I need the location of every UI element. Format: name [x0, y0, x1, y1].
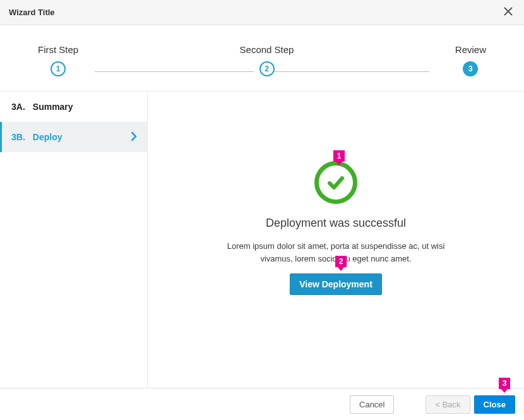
back-button[interactable]: < Back [426, 395, 470, 414]
close-button[interactable]: Close [474, 395, 515, 414]
step-number: 2 [259, 61, 275, 76]
step-label: First Step [38, 44, 78, 55]
view-deployment-button[interactable]: View Deployment [290, 273, 382, 295]
sidebar-item-summary[interactable]: 3A. Summary [0, 92, 147, 122]
annotation-1: 1 [333, 150, 345, 162]
sidebar-item-label: Deploy [33, 132, 63, 142]
wizard-body: 3A. Summary 3B. Deploy Deployment was su… [0, 91, 524, 388]
sidebar-item-label: Summary [33, 102, 73, 112]
step-label: Second Step [240, 44, 294, 55]
wizard-header: Wizard Title [0, 0, 524, 25]
annotation-2: 2 [335, 256, 347, 267]
step-label: Review [455, 44, 486, 55]
step-second[interactable]: Second Step 2 [240, 44, 294, 76]
chevron-right-icon [131, 132, 137, 143]
step-first[interactable]: First Step 1 [38, 44, 78, 76]
wizard-sidebar: 3A. Summary 3B. Deploy [0, 92, 148, 388]
step-number: 3 [463, 61, 478, 76]
step-connector [95, 71, 254, 72]
sidebar-item-index: 3A. [11, 102, 25, 112]
wizard-title: Wizard Title [9, 8, 55, 17]
success-icon [314, 161, 357, 204]
step-review[interactable]: Review 3 [455, 44, 486, 76]
step-connector [270, 71, 429, 72]
cancel-button[interactable]: Cancel [350, 395, 394, 414]
sidebar-item-deploy[interactable]: 3B. Deploy [0, 122, 147, 152]
step-indicator: First Step 1 Second Step 2 Review 3 [0, 25, 524, 91]
sidebar-item-index: 3B. [11, 132, 25, 142]
annotation-3: 3 [499, 378, 510, 389]
step-number: 1 [51, 61, 66, 76]
wizard-content: Deployment was successful Lorem ipsum do… [148, 92, 524, 388]
wizard-footer: Cancel < Back Close [0, 388, 524, 420]
success-title: Deployment was successful [266, 217, 406, 230]
close-icon[interactable] [501, 4, 515, 20]
